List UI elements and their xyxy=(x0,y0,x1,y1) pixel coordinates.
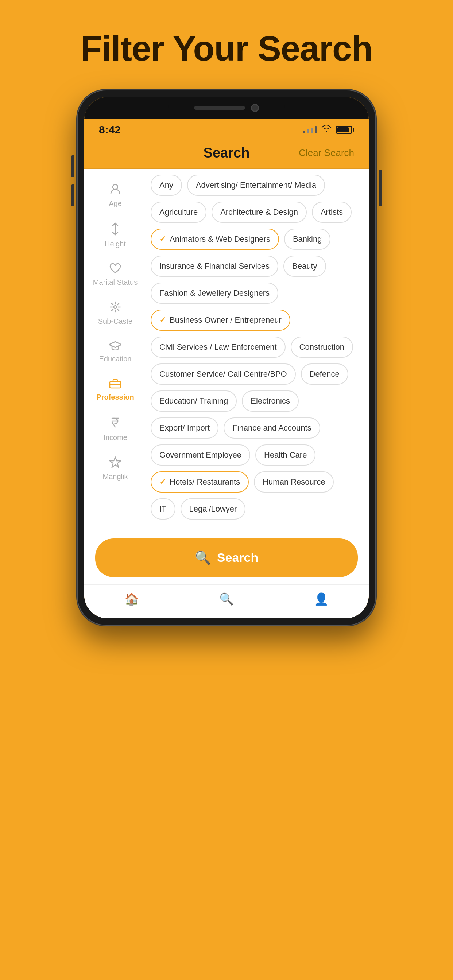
tag-label-architecture: Architecture & Design xyxy=(220,207,298,217)
tags-area: AnyAdvertising/ Entertainment/ MediaAgri… xyxy=(146,169,369,531)
clear-search-button[interactable]: Clear Search xyxy=(299,147,354,159)
tag-insurance[interactable]: Insurance & Financial Services xyxy=(151,256,278,277)
tag-hotels[interactable]: ✓Hotels/ Restaurants xyxy=(151,471,249,493)
graduate-icon xyxy=(109,340,121,352)
sidebar-label-manglik: Manglik xyxy=(103,472,128,481)
heart-icon xyxy=(109,263,121,275)
nav-profile[interactable]: 👤 xyxy=(314,592,329,608)
sidebar-label-sub-caste: Sub-Caste xyxy=(98,317,133,326)
tag-finance[interactable]: Finance and Accounts xyxy=(223,417,320,439)
tag-label-hotels: Hotels/ Restaurants xyxy=(170,477,240,487)
tag-label-construction: Construction xyxy=(300,342,345,352)
tag-label-electronics: Electronics xyxy=(250,396,290,406)
signal-bar-4 xyxy=(315,126,317,134)
tag-label-export: Export/ Import xyxy=(160,423,210,433)
checkmark-icon: ✓ xyxy=(160,477,166,487)
search-button-area: 🔍 Search xyxy=(84,531,369,584)
checkmark-icon: ✓ xyxy=(160,315,166,325)
phone-frame: 8:42 xyxy=(77,90,376,625)
tag-label-customer-service: Customer Service/ Call Centre/BPO xyxy=(160,369,287,379)
nav-home[interactable]: 🏠 xyxy=(124,592,139,608)
tag-hr[interactable]: Human Resource xyxy=(254,471,334,493)
svg-line-8 xyxy=(118,309,119,310)
tag-agriculture[interactable]: Agriculture xyxy=(151,202,206,223)
tag-label-any: Any xyxy=(160,180,173,190)
rupee-icon xyxy=(110,416,120,431)
sidebar-item-manglik[interactable]: Manglik xyxy=(84,449,146,488)
tag-it[interactable]: IT xyxy=(151,498,175,520)
tag-label-healthcare: Health Care xyxy=(264,450,307,460)
tag-beauty[interactable]: Beauty xyxy=(283,256,326,277)
tags-row: Customer Service/ Call Centre/BPODefence xyxy=(151,363,362,385)
tags-row: Export/ ImportFinance and Accounts xyxy=(151,417,362,439)
tag-civil[interactable]: Civil Services / Law Enforcement xyxy=(151,337,286,358)
phone-notch xyxy=(84,97,369,119)
height-icon xyxy=(110,223,120,237)
sidebar-item-sub-caste[interactable]: Sub-Caste xyxy=(84,294,146,333)
svg-line-10 xyxy=(112,309,113,310)
tag-label-banking: Banking xyxy=(293,234,322,244)
tags-row: ✓Hotels/ RestaurantsHuman Resource xyxy=(151,471,362,493)
tags-row: Education/ TrainingElectronics xyxy=(151,390,362,412)
tag-export[interactable]: Export/ Import xyxy=(151,417,219,439)
tags-row: ITLegal/Lowyer xyxy=(151,498,362,520)
sidebar-item-age[interactable]: Age xyxy=(84,176,146,215)
status-icons xyxy=(303,125,354,135)
tag-label-agriculture: Agriculture xyxy=(160,207,198,217)
home-icon: 🏠 xyxy=(124,592,139,606)
svg-point-2 xyxy=(114,305,117,309)
tag-banking[interactable]: Banking xyxy=(284,229,331,250)
search-nav-icon: 🔍 xyxy=(219,592,234,606)
tag-defence[interactable]: Defence xyxy=(301,363,348,385)
tag-label-beauty: Beauty xyxy=(292,261,317,271)
tag-construction[interactable]: Construction xyxy=(291,337,353,358)
tag-any[interactable]: Any xyxy=(151,175,182,196)
notch-speaker xyxy=(194,106,245,110)
tag-business[interactable]: ✓Business Owner / Entrepreneur xyxy=(151,310,290,331)
tag-label-education-training: Education/ Training xyxy=(160,396,228,406)
tag-label-business: Business Owner / Entrepreneur xyxy=(170,315,282,325)
tag-animators[interactable]: ✓Animators & Web Designers xyxy=(151,229,279,250)
tag-label-animators: Animators & Web Designers xyxy=(170,234,270,244)
tag-advertising[interactable]: Advertising/ Entertainment/ Media xyxy=(187,175,325,196)
search-button[interactable]: 🔍 Search xyxy=(95,538,358,577)
tag-label-legal: Legal/Lowyer xyxy=(189,504,237,514)
search-button-icon: 🔍 xyxy=(195,550,211,565)
tag-education-training[interactable]: Education/ Training xyxy=(151,390,237,412)
sidebar-item-height[interactable]: Height xyxy=(84,215,146,256)
tag-healthcare[interactable]: Health Care xyxy=(255,444,316,466)
signal-icon xyxy=(303,126,317,134)
hero-section: Filter Your Search 8:42 xyxy=(0,0,453,625)
tag-fashion[interactable]: Fashion & Jewellery Designers xyxy=(151,283,278,304)
content-body: AgeHeightMarital StatusSub-CasteEducatio… xyxy=(84,169,369,531)
nav-search[interactable]: 🔍 xyxy=(219,592,234,608)
tags-row: Civil Services / Law EnforcementConstruc… xyxy=(151,337,362,358)
status-bar: 8:42 xyxy=(84,119,369,139)
signal-bar-1 xyxy=(303,130,305,134)
tag-customer-service[interactable]: Customer Service/ Call Centre/BPO xyxy=(151,363,296,385)
tag-label-fashion: Fashion & Jewellery Designers xyxy=(160,288,270,298)
tag-legal[interactable]: Legal/Lowyer xyxy=(180,498,246,520)
tag-electronics[interactable]: Electronics xyxy=(242,390,299,412)
battery-icon xyxy=(336,126,354,134)
sidebar-item-profession[interactable]: Profession xyxy=(84,371,146,409)
header-title: Search xyxy=(204,145,250,161)
svg-line-7 xyxy=(112,303,113,305)
sidebar-item-education[interactable]: Education xyxy=(84,333,146,371)
sidebar-label-profession: Profession xyxy=(96,393,134,401)
tags-row: AnyAdvertising/ Entertainment/ Media xyxy=(151,175,362,196)
tag-government[interactable]: Government Employee xyxy=(151,444,250,466)
notch-camera xyxy=(251,104,259,112)
app-header: Search Clear Search xyxy=(84,139,369,168)
search-button-label: Search xyxy=(217,550,258,565)
sidebar-label-education: Education xyxy=(99,355,132,363)
volume-down-button xyxy=(71,185,74,206)
volume-up-button xyxy=(71,155,74,177)
svg-marker-17 xyxy=(110,457,121,468)
signal-bar-2 xyxy=(307,129,309,134)
sidebar-item-marital-status[interactable]: Marital Status xyxy=(84,256,146,294)
sidebar-item-income[interactable]: Income xyxy=(84,409,146,449)
tag-artists[interactable]: Artists xyxy=(312,202,352,223)
tag-architecture[interactable]: Architecture & Design xyxy=(212,202,307,223)
profile-icon: 👤 xyxy=(314,592,329,606)
